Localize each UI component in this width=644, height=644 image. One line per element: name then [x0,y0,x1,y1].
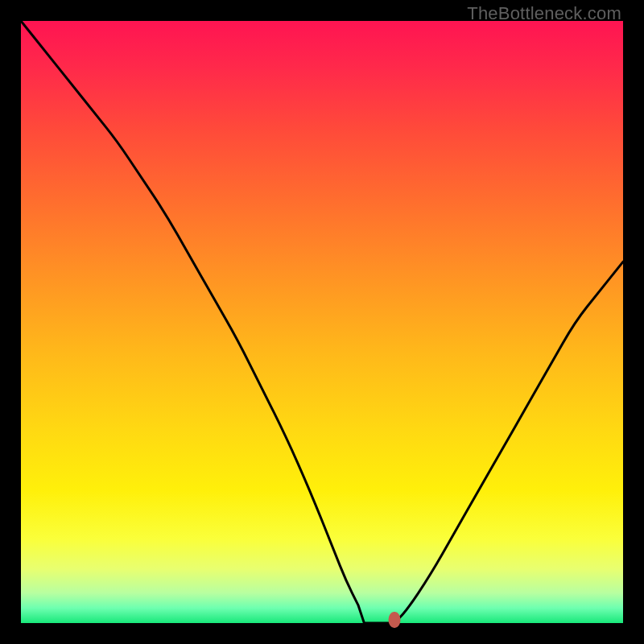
chart-plot [21,21,623,623]
optimal-point-marker [388,612,400,628]
watermark-text: TheBottleneck.com [467,3,621,24]
gradient-bg [21,21,623,623]
chart-frame [21,21,623,623]
